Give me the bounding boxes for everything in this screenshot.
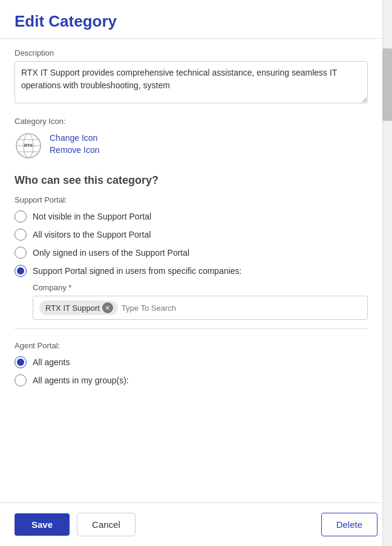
radio-all-agents[interactable] xyxy=(15,356,27,368)
support-portal-section: Support Portal: Not visible in the Suppo… xyxy=(15,195,368,320)
tag-remove-button[interactable]: ✕ xyxy=(102,302,113,313)
agent-portal-section: Agent Portal: All agents All agents in m… xyxy=(15,341,368,386)
radio-label-all-agents: All agents xyxy=(33,357,70,367)
change-icon-button[interactable]: Change Icon xyxy=(50,133,99,143)
remove-icon-button[interactable]: Remove Icon xyxy=(50,145,99,155)
radio-item-agents-group[interactable]: All agents in my group(s): xyxy=(15,374,368,386)
who-section: Who can see this category? Support Porta… xyxy=(15,174,368,386)
delete-button[interactable]: Delete xyxy=(321,513,377,536)
description-textarea[interactable] xyxy=(15,61,368,103)
edit-category-page: Edit Category Description Category Icon: xyxy=(0,0,392,546)
description-label: Description xyxy=(15,48,368,57)
icon-preview: RTX xyxy=(15,132,42,160)
radio-specific-companies[interactable] xyxy=(15,265,27,277)
page-header: Edit Category xyxy=(0,0,392,39)
radio-not-visible[interactable] xyxy=(15,210,27,223)
icon-actions: Change Icon Remove Icon xyxy=(50,132,99,155)
company-search-input[interactable] xyxy=(122,304,361,313)
radio-all-visitors[interactable] xyxy=(15,229,27,241)
agent-portal-label: Agent Portal: xyxy=(15,341,368,350)
radio-label-agents-group: All agents in my group(s): xyxy=(33,375,129,385)
company-tag: RTX IT Support ✕ xyxy=(39,301,118,315)
agent-portal-radio-group: All agents All agents in my group(s): xyxy=(15,356,368,386)
radio-signed-in[interactable] xyxy=(15,247,27,259)
radio-item-all-agents[interactable]: All agents xyxy=(15,356,368,368)
who-title: Who can see this category? xyxy=(15,174,368,187)
svg-text:RTX: RTX xyxy=(24,143,33,148)
category-icon-label: Category Icon: xyxy=(15,117,368,126)
radio-item-specific-companies[interactable]: Support Portal signed in users from spec… xyxy=(15,265,368,277)
radio-item-not-visible[interactable]: Not visible in the Support Portal xyxy=(15,210,368,223)
company-input-wrapper[interactable]: RTX IT Support ✕ xyxy=(33,296,368,320)
support-portal-radio-group: Not visible in the Support Portal All vi… xyxy=(15,210,368,277)
company-section: Company * RTX IT Support ✕ xyxy=(33,283,368,320)
scrollbar-thumb[interactable] xyxy=(382,48,392,121)
company-tag-text: RTX IT Support xyxy=(45,304,100,313)
radio-label-specific-companies: Support Portal signed in users from spec… xyxy=(33,266,242,276)
radio-agents-group[interactable] xyxy=(15,374,27,386)
divider xyxy=(15,328,368,329)
category-icon-section: Category Icon: RTX C xyxy=(15,117,368,160)
support-portal-label: Support Portal: xyxy=(15,195,368,204)
scrollbar-track[interactable] xyxy=(382,0,392,546)
radio-label-not-visible: Not visible in the Support Portal xyxy=(33,212,151,221)
icon-row: RTX Change Icon Remove Icon xyxy=(15,132,368,160)
radio-label-all-visitors: All visitors to the Support Portal xyxy=(33,230,151,239)
radio-label-signed-in: Only signed in users of the Support Port… xyxy=(33,248,189,258)
footer: Save Cancel Delete xyxy=(0,502,392,546)
radio-item-all-visitors[interactable]: All visitors to the Support Portal xyxy=(15,229,368,241)
cancel-button[interactable]: Cancel xyxy=(77,513,136,536)
save-button[interactable]: Save xyxy=(15,513,70,536)
category-icon-image: RTX xyxy=(15,132,42,159)
page-title: Edit Category xyxy=(15,12,377,31)
content-area: Description Category Icon: RTX xyxy=(0,39,392,502)
company-label: Company * xyxy=(33,283,368,292)
radio-item-signed-in[interactable]: Only signed in users of the Support Port… xyxy=(15,247,368,259)
